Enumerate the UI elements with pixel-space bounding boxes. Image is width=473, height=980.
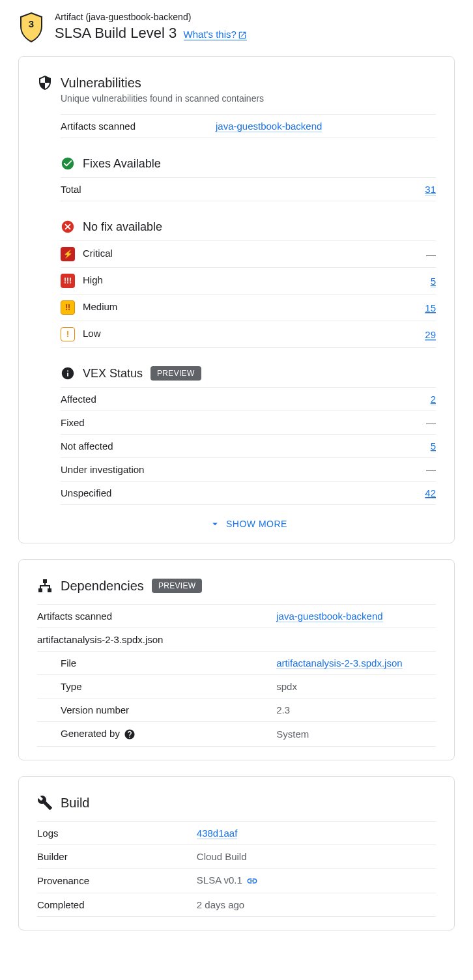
preview-badge: PREVIEW xyxy=(150,366,201,381)
dependencies-title: Dependencies xyxy=(61,579,144,594)
build-row-value: 2 days ago xyxy=(197,899,244,910)
deps-row-link[interactable]: artifactanalysis-2-3.spdx.json xyxy=(276,657,402,669)
dependencies-card: Dependencies PREVIEW Artifacts scanned j… xyxy=(18,559,455,760)
severity-low-icon: ! xyxy=(61,327,75,341)
deps-row-label: Generated by xyxy=(37,722,276,747)
dependencies-icon xyxy=(37,578,53,594)
severity-high-icon: !!! xyxy=(61,274,75,288)
build-title: Build xyxy=(61,796,89,811)
vex-row-label: Unspecified xyxy=(61,482,393,505)
deps-row-label: File xyxy=(37,652,276,675)
wrench-icon xyxy=(37,795,53,811)
slsa-shield-icon: 3 xyxy=(18,12,44,43)
fixes-available-title: Fixes Available xyxy=(83,157,161,171)
link-icon[interactable] xyxy=(246,875,258,887)
fixes-total-link[interactable]: 31 xyxy=(425,184,436,195)
build-row-link[interactable]: 438d1aaf xyxy=(197,828,238,839)
svg-text:3: 3 xyxy=(29,18,34,29)
build-row-value: SLSA v0.1 xyxy=(197,874,242,886)
deps-artifacts-scanned-label: Artifacts scanned xyxy=(37,605,276,628)
help-icon[interactable] xyxy=(124,728,136,740)
check-circle-icon xyxy=(61,156,75,171)
build-card: Build Logs438d1aafBuilderCloud BuildProv… xyxy=(18,776,455,930)
preview-badge: PREVIEW xyxy=(152,579,202,593)
build-row-label: Completed xyxy=(37,893,197,917)
deps-artifacts-scanned-link[interactable]: java-guestbook-backend xyxy=(276,611,382,622)
vex-count-link[interactable]: 5 xyxy=(431,440,436,452)
deps-row-value: spdx xyxy=(276,681,297,692)
severity-critical-icon: ⚡ xyxy=(61,247,75,261)
artifact-label: Artifact (java-guestbook-backend) xyxy=(55,12,455,22)
build-row-value: Cloud Build xyxy=(197,851,247,862)
vex-title: VEX Status xyxy=(83,367,143,381)
fixes-total-label: Total xyxy=(61,178,306,201)
deps-row-value: 2.3 xyxy=(276,704,290,715)
shield-icon xyxy=(37,75,53,91)
no-fix-title: No fix available xyxy=(83,220,162,234)
deps-row-value: System xyxy=(276,728,309,740)
artifacts-scanned-label: Artifacts scanned xyxy=(61,115,216,138)
vex-count: — xyxy=(426,417,436,428)
whats-this-link[interactable]: What's this? xyxy=(184,29,247,40)
vex-row-label: Not affected xyxy=(61,435,393,458)
vex-row-label: Affected xyxy=(61,388,393,411)
info-icon xyxy=(61,366,75,381)
svg-rect-2 xyxy=(38,588,42,592)
build-row-label: Logs xyxy=(37,822,197,845)
vex-count-link[interactable]: 42 xyxy=(425,487,436,499)
vulnerabilities-card: Vulnerabilities Unique vulnerabilities f… xyxy=(18,56,455,543)
severity-count: — xyxy=(426,249,436,260)
severity-count-link[interactable]: 15 xyxy=(425,302,436,314)
slsa-title: SLSA Build Level 3 xyxy=(55,25,177,41)
vulnerabilities-title: Vulnerabilities xyxy=(61,76,141,91)
artifacts-scanned-link[interactable]: java-guestbook-backend xyxy=(216,121,322,132)
chevron-down-icon xyxy=(209,518,221,530)
svg-rect-1 xyxy=(43,579,47,583)
deps-row-label: Version number xyxy=(37,699,276,722)
severity-label: Medium xyxy=(83,301,117,312)
external-link-icon xyxy=(238,31,247,40)
deps-row-label: Type xyxy=(37,675,276,699)
severity-label: Low xyxy=(83,328,101,339)
deps-file-header: artifactanalysis-2-3.spdx.json xyxy=(37,628,436,652)
x-circle-icon xyxy=(61,220,75,234)
vulnerabilities-subtitle: Unique vulnerabilities found in scanned … xyxy=(61,93,436,104)
show-more-button[interactable]: SHOW MORE xyxy=(61,518,436,530)
vex-row-label: Fixed xyxy=(61,411,393,435)
page-header: 3 Artifact (java-guestbook-backend) SLSA… xyxy=(0,7,473,56)
vex-count-link[interactable]: 2 xyxy=(431,394,436,405)
severity-count-link[interactable]: 29 xyxy=(425,329,436,341)
severity-medium-icon: !! xyxy=(61,300,75,315)
vex-count: — xyxy=(426,464,436,475)
severity-label: Critical xyxy=(83,248,113,259)
severity-count-link[interactable]: 5 xyxy=(431,276,436,287)
svg-rect-3 xyxy=(48,588,51,592)
severity-label: High xyxy=(83,274,103,285)
build-row-label: Provenance xyxy=(37,869,197,893)
build-row-label: Builder xyxy=(37,845,197,869)
vex-row-label: Under investigation xyxy=(61,458,393,482)
